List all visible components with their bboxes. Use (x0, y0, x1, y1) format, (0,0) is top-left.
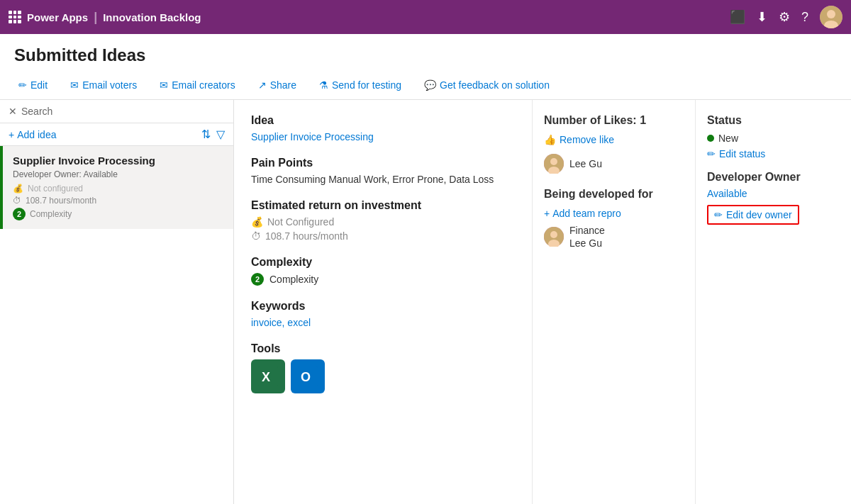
team-user-avatar (544, 227, 564, 247)
svg-point-11 (550, 231, 557, 238)
tools-section: Tools X O (251, 342, 515, 393)
idea-value: Supplier Invoice Processing (251, 131, 515, 142)
outlook-icon: O (291, 359, 325, 393)
likes-user-name: Lee Gu (569, 158, 602, 169)
edit-label: Edit (30, 79, 48, 91)
idea-section: Idea Supplier Invoice Processing (251, 114, 515, 142)
get-feedback-label: Get feedback on solution (440, 79, 550, 91)
team-user-name: Lee Gu (569, 237, 605, 249)
edit-button[interactable]: ✏ Edit (14, 77, 52, 94)
top-nav: Power Apps | Innovation Backlog ⬛ ⬇ ⚙ ? (0, 0, 851, 34)
share-icon: ↗ (258, 79, 267, 91)
app-name: Power Apps (27, 11, 88, 23)
feedback-icon: 💬 (424, 79, 436, 91)
sort-icon[interactable]: ⇅ (201, 128, 211, 141)
page-title: Submitted Ideas (0, 34, 851, 71)
idea-meta: 💰 Not configured ⏱ 108.7 hours/month 2 C… (13, 184, 223, 220)
status-header: Status (707, 114, 840, 127)
app-title: Innovation Backlog (103, 11, 201, 23)
tools-label: Tools (251, 342, 515, 355)
beaker-icon: ⚗ (319, 79, 328, 91)
download-icon[interactable]: ⬇ (757, 9, 767, 25)
being-developed-header: Being developed for (544, 188, 684, 201)
money-icon: 💰 (13, 184, 23, 194)
dev-owner-value: Available (707, 188, 840, 199)
complexity-section: Complexity 2 Complexity (251, 256, 515, 286)
keywords-value: invoice, excel (251, 317, 515, 328)
likes-user-row: Lee Gu (544, 154, 684, 174)
team-row: Finance Lee Gu (544, 225, 684, 249)
complexity-badge-detail: 2 (251, 273, 264, 286)
send-testing-button[interactable]: ⚗ Send for testing (315, 77, 406, 94)
user-avatar[interactable] (820, 6, 842, 28)
remove-like-label: Remove like (560, 134, 614, 145)
edit-icon: ✏ (18, 79, 27, 91)
detail-main: Idea Supplier Invoice Processing Pain Po… (234, 100, 532, 504)
plus-icon-team: + (544, 208, 550, 219)
share-button[interactable]: ↗ Share (254, 77, 301, 94)
excel-icon: X (251, 359, 285, 393)
add-team-button[interactable]: + Add team repro (544, 208, 684, 219)
not-configured-row: 💰 Not configured (13, 184, 223, 194)
toolbar: ✏ Edit ✉ Email voters ✉ Email creators ↗… (0, 71, 851, 100)
complexity-label: Complexity (251, 256, 515, 269)
svg-point-1 (827, 10, 835, 18)
email-creators-icon: ✉ (160, 79, 168, 91)
roi-hours: 108.7 hours/month (265, 230, 348, 242)
pain-points-section: Pain Points Time Consuming Manual Work, … (251, 157, 515, 185)
idea-owner: Developer Owner: Available (13, 169, 223, 179)
roi-label: Estimated return on investment (251, 199, 515, 212)
add-team-label: Add team repro (552, 208, 621, 219)
svg-point-8 (550, 158, 557, 165)
tools-row: X O (251, 359, 515, 393)
pain-points-value: Time Consuming Manual Work, Error Prone,… (251, 174, 515, 185)
plus-icon: + (9, 129, 14, 140)
send-testing-label: Send for testing (332, 79, 401, 91)
dev-owner-header: Developer Owner (707, 171, 840, 184)
status-value-row: New (707, 133, 840, 144)
share-label: Share (270, 79, 296, 91)
pencil-icon-status: ✏ (707, 148, 716, 159)
main-layout: ✕ Search + Add idea ⇅ ▽ Supplier Invoice… (0, 100, 851, 504)
get-feedback-button[interactable]: 💬 Get feedback on solution (420, 77, 554, 94)
waffle-icon[interactable] (9, 11, 21, 23)
edit-dev-owner-button[interactable]: ✏ Edit dev owner (707, 205, 799, 225)
remove-like-button[interactable]: 👍 Remove like (544, 134, 684, 145)
monitor-icon[interactable]: ⬛ (730, 9, 745, 25)
idea-label: Idea (251, 114, 515, 127)
help-icon[interactable]: ? (801, 10, 808, 25)
settings-icon[interactable]: ⚙ (779, 9, 790, 25)
keywords-section: Keywords invoice, excel (251, 300, 515, 328)
app-brand: Power Apps | Innovation Backlog (9, 10, 201, 25)
detail-right: Status New ✏ Edit status Developer Owner… (695, 100, 851, 504)
email-creators-button[interactable]: ✉ Email creators (155, 77, 239, 94)
nav-right: ⬛ ⬇ ⚙ ? (730, 6, 842, 28)
complexity-label: Complexity (30, 209, 72, 219)
complexity-value-row: 2 Complexity (251, 273, 515, 286)
idea-list-item[interactable]: Supplier Invoice Processing Developer Ow… (0, 146, 233, 229)
svg-text:X: X (262, 370, 270, 384)
edit-status-label: Edit status (719, 148, 765, 159)
email-creators-label: Email creators (172, 79, 235, 91)
email-voters-button[interactable]: ✉ Email voters (66, 77, 141, 94)
status-dot (707, 135, 714, 142)
pencil-icon-dev-owner: ✏ (714, 209, 723, 220)
roi-not-configured: Not Configured (267, 216, 334, 228)
complexity-badge: 2 (13, 208, 26, 220)
svg-text:O: O (301, 370, 311, 384)
edit-dev-owner-label: Edit dev owner (726, 209, 792, 220)
filter-icon[interactable]: ▽ (216, 128, 225, 141)
filter-icons: ⇅ ▽ (201, 128, 225, 141)
email-voters-label: Email voters (82, 79, 137, 91)
edit-status-button[interactable]: ✏ Edit status (707, 148, 840, 159)
thumbsup-icon: 👍 (544, 134, 556, 145)
roi-hours-row: ⏱ 108.7 hours/month (251, 230, 515, 242)
add-idea-label: Add idea (17, 129, 56, 140)
likes-user-avatar (544, 154, 564, 174)
left-panel: ✕ Search + Add idea ⇅ ▽ Supplier Invoice… (0, 100, 234, 504)
money-icon-detail: 💰 (251, 216, 263, 228)
clear-search-button[interactable]: ✕ (9, 106, 17, 117)
hours-label: 108.7 hours/month (26, 196, 96, 206)
search-bar: ✕ Search (0, 100, 233, 123)
add-idea-button[interactable]: + Add idea (9, 129, 56, 140)
